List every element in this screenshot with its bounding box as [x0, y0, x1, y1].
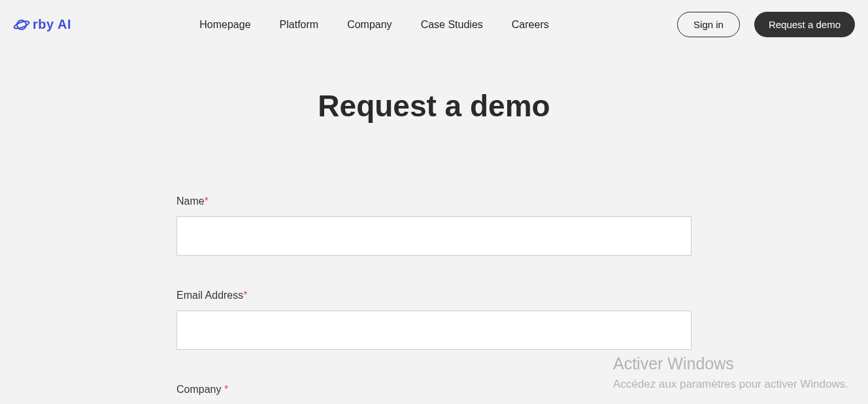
nav-platform[interactable]: Platform	[280, 19, 319, 31]
nav-careers[interactable]: Careers	[512, 19, 549, 31]
company-label: Company *	[176, 384, 692, 396]
required-indicator: *	[205, 195, 209, 207]
header-actions: Sign in Request a demo	[677, 12, 855, 37]
name-label: Name*	[176, 195, 692, 207]
nav: Homepage Platform Company Case Studies C…	[199, 19, 548, 31]
form-field-name: Name*	[176, 195, 692, 256]
required-indicator: *	[224, 384, 228, 395]
logo[interactable]: rby AI	[13, 17, 71, 32]
name-label-text: Name	[176, 195, 205, 207]
required-indicator: *	[243, 290, 247, 301]
form-field-email: Email Address*	[176, 290, 692, 350]
name-input[interactable]	[176, 216, 692, 256]
email-label: Email Address*	[176, 290, 692, 301]
nav-case-studies[interactable]: Case Studies	[421, 19, 483, 31]
email-label-text: Email Address	[176, 290, 243, 301]
main-content: Request a demo Name* Email Address* Comp…	[0, 49, 868, 404]
email-input[interactable]	[176, 311, 692, 350]
planet-icon	[13, 18, 30, 31]
header: rby AI Homepage Platform Company Case St…	[0, 0, 868, 49]
logo-text: rby AI	[33, 17, 71, 32]
company-label-text: Company	[176, 384, 224, 395]
svg-point-1	[13, 20, 29, 30]
nav-company[interactable]: Company	[347, 19, 392, 31]
request-demo-button[interactable]: Request a demo	[754, 12, 855, 37]
signin-button[interactable]: Sign in	[677, 12, 740, 37]
demo-form: Name* Email Address* Company *	[176, 195, 692, 404]
nav-homepage[interactable]: Homepage	[199, 19, 250, 31]
page-title: Request a demo	[0, 88, 868, 124]
form-field-company: Company *	[176, 384, 692, 404]
